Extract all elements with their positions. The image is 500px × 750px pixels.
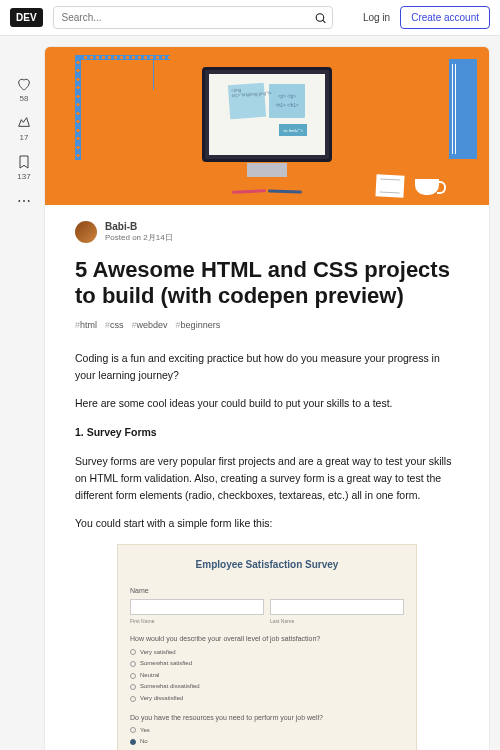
radio-option[interactable]: Somewhat satisfied bbox=[130, 659, 404, 669]
monitor-illustration: <img src="img/img.png"/> <p> </p> <h1> <… bbox=[202, 67, 332, 162]
search-wrap bbox=[53, 6, 333, 29]
tag-beginners[interactable]: #beginners bbox=[176, 320, 221, 330]
ruler-illustration bbox=[449, 59, 477, 159]
like-count: 58 bbox=[20, 94, 29, 103]
tag-webdev[interactable]: #webdev bbox=[132, 320, 168, 330]
search-icon[interactable] bbox=[314, 11, 327, 24]
author-block: Babi-B Posted on 2月14日 bbox=[75, 221, 459, 243]
paragraph: Survey forms are very popular first proj… bbox=[75, 453, 459, 503]
survey-title: Employee Satisfaction Survey bbox=[130, 557, 404, 573]
site-logo[interactable]: DEV bbox=[10, 8, 43, 27]
more-button[interactable]: ⋯ bbox=[17, 193, 31, 209]
sticky-note: <a href=""> bbox=[279, 124, 307, 136]
paragraph: You could start with a simple form like … bbox=[75, 515, 459, 532]
like-button[interactable]: 58 bbox=[16, 76, 32, 103]
login-link[interactable]: Log in bbox=[363, 12, 390, 23]
author-name[interactable]: Babi-B bbox=[105, 221, 173, 232]
article-body: Coding is a fun and exciting practice bu… bbox=[75, 350, 459, 750]
bookmark-count: 137 bbox=[17, 172, 30, 181]
radio-option[interactable]: Yes bbox=[130, 726, 404, 736]
question-label: Do you have the resources you need to pe… bbox=[130, 712, 404, 723]
article-main: <img src="img/img.png"/> <p> </p> <h1> <… bbox=[44, 46, 490, 750]
sticky-note: <p> </p> <h1> </h1> bbox=[269, 84, 305, 118]
bookmark-button[interactable]: 137 bbox=[16, 154, 32, 181]
last-name-input[interactable] bbox=[270, 599, 404, 615]
radio-option[interactable]: Very dissatisfied bbox=[130, 694, 404, 704]
svg-line-1 bbox=[322, 20, 325, 23]
crane-illustration bbox=[75, 55, 81, 160]
svg-point-0 bbox=[316, 13, 324, 21]
posted-on: Posted on 2月14日 bbox=[105, 232, 173, 243]
create-account-button[interactable]: Create account bbox=[400, 6, 490, 29]
tag-html[interactable]: #html bbox=[75, 320, 97, 330]
radio-option[interactable]: Very satisfied bbox=[130, 648, 404, 658]
search-input[interactable] bbox=[53, 6, 333, 29]
tag-css[interactable]: #css bbox=[105, 320, 124, 330]
paper-illustration bbox=[375, 174, 404, 197]
heart-icon bbox=[16, 76, 32, 92]
article-title: 5 Awesome HTML and CSS projects to build… bbox=[75, 257, 459, 310]
section-heading: 1. Survey Forms bbox=[75, 424, 459, 441]
paragraph: Here are some cool ideas your could buil… bbox=[75, 395, 459, 412]
cup-illustration bbox=[415, 179, 439, 195]
radio-option[interactable]: No bbox=[130, 737, 404, 747]
paragraph: Coding is a fun and exciting practice bu… bbox=[75, 350, 459, 384]
unicorn-icon bbox=[16, 115, 32, 131]
cover-image: <img src="img/img.png"/> <p> </p> <h1> <… bbox=[45, 47, 489, 205]
bookmark-icon bbox=[16, 154, 32, 170]
first-name-input[interactable] bbox=[130, 599, 264, 615]
tag-list: #html #css #webdev #beginners bbox=[75, 320, 459, 330]
radio-option[interactable]: Neutral bbox=[130, 671, 404, 681]
unicorn-button[interactable]: 17 bbox=[16, 115, 32, 142]
question-label: How would you describe your overall leve… bbox=[130, 633, 404, 644]
reaction-sidebar: 58 17 137 ⋯ bbox=[10, 46, 38, 750]
codepen-embed[interactable]: Employee Satisfaction Survey Name First … bbox=[117, 544, 417, 750]
sticky-note: <img src="img/img.png"/> bbox=[228, 83, 266, 119]
field-label: Name bbox=[130, 585, 404, 596]
pencils-illustration bbox=[232, 190, 302, 193]
avatar[interactable] bbox=[75, 221, 97, 243]
radio-option[interactable]: Somewhat dissatisfied bbox=[130, 682, 404, 692]
unicorn-count: 17 bbox=[20, 133, 29, 142]
